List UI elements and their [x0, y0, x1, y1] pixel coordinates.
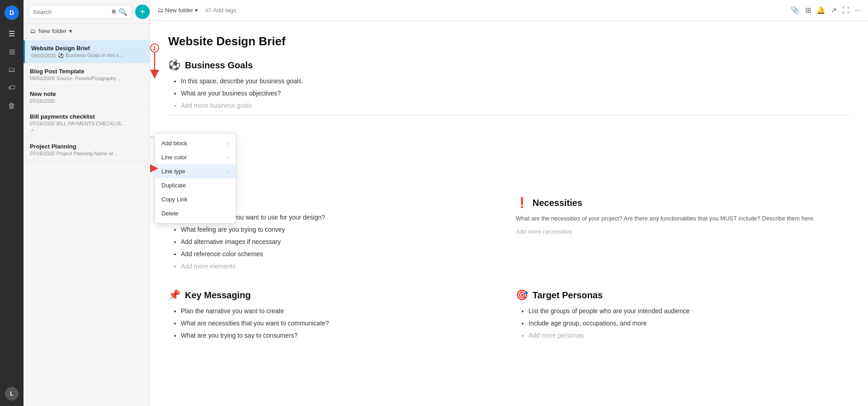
- user-avatar-top[interactable]: D: [5, 5, 19, 20]
- icon-bar: D ☰ ⊞ 🗂 🏷 🗑 L: [0, 0, 24, 406]
- note-title: Project Planning: [30, 143, 143, 150]
- toolbar-tag[interactable]: 🏷 Add tags: [205, 7, 236, 14]
- sidebar-notes: Website Design Brief 09/02/2020 ⚽ Busine…: [24, 38, 150, 406]
- note-item-bill-payments[interactable]: Bill payments checklist 07/16/2020 BILL …: [24, 109, 150, 139]
- necessities-header: ❗ Necessities: [516, 197, 850, 209]
- list-item: List the groups of people who are your i…: [528, 306, 850, 316]
- note-title: New note: [30, 91, 143, 97]
- list-item: Add alternative images if necessary: [181, 237, 502, 247]
- search-box[interactable]: ≡ 🔍: [29, 5, 132, 19]
- note-meta: 07/16/2020 Project Planning Name of ...: [30, 151, 143, 156]
- note-item-website-design[interactable]: Website Design Brief 09/02/2020 ⚽ Busine…: [24, 40, 150, 63]
- target-personas-list: List the groups of people who are your i…: [516, 306, 850, 340]
- sidebar-menu-icon[interactable]: ☰: [4, 25, 20, 42]
- menu-delete[interactable]: Delete: [155, 206, 236, 220]
- necessities-title: Necessities: [533, 198, 582, 208]
- target-personas-icon: 🎯: [516, 289, 528, 301]
- add-more-business-goals[interactable]: Add more business goals: [181, 101, 850, 110]
- list-item: Include age group, occupations, and more: [528, 319, 850, 328]
- toolbar-folder[interactable]: 🗂 New folder ▾: [157, 7, 198, 14]
- key-messaging-section: 📌 Key Messaging Plan the narrative you w…: [168, 289, 502, 345]
- main-area: 🗂 New folder ▾ 🏷 Add tags 📎 ⊞ 🔔 ↗ ⛶ ··· …: [150, 0, 868, 406]
- business-goals-title: Business Goals: [185, 60, 253, 71]
- bottom-two-col: 📌 Key Messaging Plan the narrative you w…: [168, 289, 850, 345]
- list-item: Add reference color schemes: [181, 249, 502, 259]
- expand-icon[interactable]: ⛶: [842, 6, 849, 14]
- grid-icon[interactable]: ⊞: [4, 43, 20, 60]
- tag-icon[interactable]: 🏷: [4, 80, 20, 96]
- list-item: Plan the narrative you want to create: [181, 306, 502, 316]
- necessities-section: ❗ Necessities What are the necessities o…: [516, 197, 850, 276]
- menu-copy-link[interactable]: Copy Link: [155, 192, 236, 206]
- search-icon: 🔍: [118, 8, 127, 16]
- sidebar-header: ≡ 🔍 +: [24, 0, 150, 24]
- note-item-blog-post[interactable]: Blog Post Template 09/02/2020 Source: Pe…: [24, 63, 150, 86]
- list-item: What are necessities that you want to co…: [181, 319, 502, 328]
- target-personas-title: Target Personas: [533, 290, 603, 301]
- note-title: Bill payments checklist: [30, 113, 143, 120]
- add-more-elements[interactable]: Add more elements: [181, 262, 502, 271]
- note-item-new-note[interactable]: New note 07/16/2020: [24, 86, 150, 109]
- tag-icon-toolbar: 🏷: [205, 7, 211, 14]
- list-item: What are you trying to say to consumers?: [181, 331, 502, 340]
- attachment-icon[interactable]: 📎: [791, 6, 800, 14]
- business-goals-list: In this space, describe your business go…: [168, 76, 850, 110]
- search-input[interactable]: [33, 9, 109, 15]
- note-meta: 09/02/2020 Source: Pexels/Picography ...: [30, 76, 143, 81]
- grid-view-icon[interactable]: ⊞: [805, 6, 811, 14]
- sidebar-folder[interactable]: 🗂 New folder ▾: [24, 24, 150, 38]
- menu-add-block[interactable]: Add block ›: [155, 136, 236, 150]
- menu-duplicate[interactable]: Duplicate: [155, 178, 236, 192]
- key-messaging-icon: 📌: [168, 289, 180, 301]
- submenu-arrow: ›: [227, 141, 229, 146]
- key-messaging-title: Key Messaging: [185, 290, 251, 301]
- notification-icon[interactable]: 🔔: [816, 6, 826, 14]
- target-personas-section: 🎯 Target Personas List the groups of peo…: [516, 289, 850, 345]
- note-meta: 09/02/2020 ⚽ Business Goals In this s...: [31, 53, 143, 58]
- folder-icon-toolbar: 🗂: [157, 7, 163, 14]
- tag-label: Add tags: [213, 7, 236, 14]
- user-avatar-bottom[interactable]: L: [5, 387, 19, 401]
- folder-icon[interactable]: 🗂: [4, 62, 20, 78]
- submenu-arrow: ›: [227, 155, 229, 160]
- folder-icon: 🗂: [30, 28, 36, 34]
- menu-line-color[interactable]: Line color ›: [155, 150, 236, 164]
- more-options-icon[interactable]: ···: [855, 6, 861, 14]
- trash-icon[interactable]: 🗑: [4, 98, 20, 114]
- list-item: What feeling are you trying to convey: [181, 225, 502, 234]
- list-item: In this space, describe your business go…: [181, 76, 850, 86]
- document-title: Website Design Brief: [168, 34, 850, 48]
- submenu-arrow: ›: [227, 169, 229, 174]
- main-toolbar: 🗂 New folder ▾ 🏷 Add tags 📎 ⊞ 🔔 ↗ ⛶ ···: [150, 0, 868, 21]
- share-icon[interactable]: ↗: [831, 6, 837, 14]
- necessities-icon: ❗: [516, 197, 528, 209]
- list-item: What are your business objectives?: [181, 89, 850, 98]
- folder-name-toolbar: New folder: [165, 7, 193, 14]
- folder-dropdown-icon: ▾: [195, 7, 198, 14]
- key-messaging-list: Plan the narrative you want to create Wh…: [168, 306, 502, 340]
- svg-text:1: 1: [153, 45, 156, 52]
- add-more-personas[interactable]: Add more personas: [528, 331, 850, 340]
- sidebar: ≡ 🔍 + 🗂 New folder ▾ Website Design Brie…: [24, 0, 150, 406]
- note-meta: 07/16/2020 BILL PAYMENTS CHECKLIS...: [30, 121, 143, 126]
- note-item-project-planning[interactable]: Project Planning 07/16/2020 Project Plan…: [24, 139, 150, 161]
- necessities-description: What are the necessities of your project…: [516, 214, 850, 224]
- note-title: Blog Post Template: [30, 68, 143, 75]
- two-col-section: Elements What elements do you want to us…: [168, 197, 850, 276]
- toolbar-right: 📎 ⊞ 🔔 ↗ ⛶ ···: [791, 6, 861, 14]
- business-goals-header: ⚽ Business Goals: [168, 59, 850, 71]
- add-note-button[interactable]: +: [135, 5, 150, 19]
- target-personas-header: 🎯 Target Personas: [516, 289, 850, 301]
- folder-name: New folder: [38, 28, 66, 34]
- share-icon: ↗: [30, 128, 143, 134]
- key-messaging-header: 📌 Key Messaging: [168, 289, 502, 301]
- main-content: 1 Website Design Brief ⚽ Business Goals …: [150, 21, 868, 406]
- divider: [168, 115, 850, 115]
- business-goals-icon: ⚽: [168, 59, 180, 71]
- svg-point-0: [151, 44, 159, 52]
- menu-line-type[interactable]: Line type ›: [155, 164, 236, 178]
- folder-dropdown-icon: ▾: [69, 28, 72, 34]
- filter-icon: ≡: [112, 8, 116, 16]
- add-more-necessities[interactable]: Add more necessities: [516, 228, 572, 235]
- note-title: Website Design Brief: [31, 45, 143, 52]
